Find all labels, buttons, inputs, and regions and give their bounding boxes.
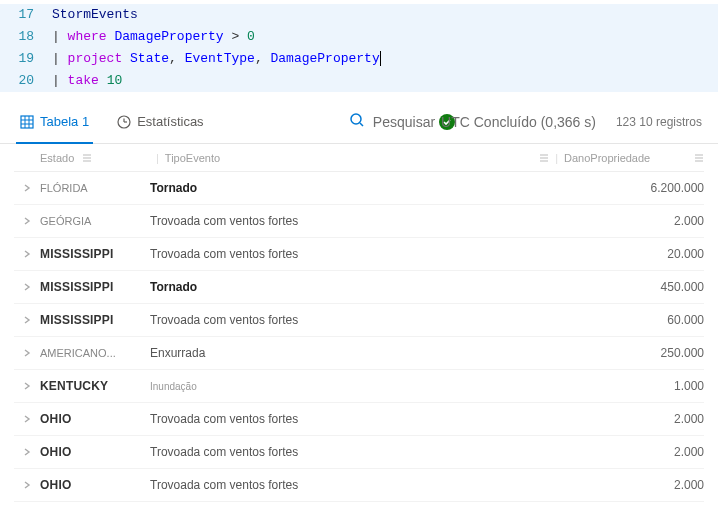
line-number: 18 — [0, 26, 52, 48]
cell-event: Trovoada com ventos fortes — [150, 445, 564, 459]
column-header-damage-label: DanoPropriedade — [564, 152, 650, 164]
column-menu-icon[interactable] — [82, 153, 92, 163]
cell-damage: 20.000 — [564, 247, 704, 261]
table-row[interactable]: MISSISSIPPITornado450.000 — [14, 271, 704, 304]
code-content[interactable]: | take 10 — [52, 70, 718, 92]
column-header-event-label: TipoEvento — [165, 152, 220, 164]
timing-label: UTC Concluído (0,366 s) — [441, 114, 596, 130]
search-icon — [349, 112, 365, 131]
cell-state: OHIO — [40, 478, 150, 492]
table-row[interactable]: FLÓRIDATornado6.200.000 — [14, 172, 704, 205]
table-row[interactable]: MISSISSIPPITrovoada com ventos fortes60.… — [14, 304, 704, 337]
cell-state: AMERICANO... — [40, 347, 150, 359]
expand-row-icon[interactable] — [14, 315, 40, 325]
cell-damage: 2.000 — [564, 412, 704, 426]
code-content[interactable]: | project State, EventType, DamageProper… — [52, 48, 718, 70]
code-content[interactable]: | where DamageProperty > 0 — [52, 26, 718, 48]
grid-header-row: Estado | TipoEvento | DanoPropriedade — [14, 144, 704, 172]
search-box[interactable]: Pesquisar — [349, 112, 435, 131]
cell-state: MISSISSIPPI — [40, 313, 150, 327]
column-header-state[interactable]: Estado — [40, 152, 150, 164]
cell-state: OHIO — [40, 445, 150, 459]
column-menu-icon[interactable] — [694, 153, 704, 163]
cell-event: Inundação — [150, 381, 564, 392]
line-number: 17 — [0, 4, 52, 26]
expand-row-icon[interactable] — [14, 348, 40, 358]
editor-line[interactable]: 20| take 10 — [0, 70, 718, 92]
table-row[interactable]: MISSISSIPPITrovoada com ventos fortes20.… — [14, 238, 704, 271]
cell-state: KENTUCKY — [40, 379, 150, 393]
expand-row-icon[interactable] — [14, 216, 40, 226]
clock-icon — [117, 115, 131, 129]
cell-damage: 60.000 — [564, 313, 704, 327]
expand-row-icon[interactable] — [14, 183, 40, 193]
expand-row-icon[interactable] — [14, 480, 40, 490]
svg-point-8 — [351, 114, 361, 124]
column-header-event[interactable]: TipoEvento — [165, 152, 549, 164]
cell-damage: 250.000 — [564, 346, 704, 360]
search-label: Pesquisar — [373, 114, 435, 130]
expand-row-icon[interactable] — [14, 249, 40, 259]
editor-line[interactable]: 19| project State, EventType, DamageProp… — [0, 48, 718, 70]
svg-line-9 — [360, 123, 363, 126]
query-timing: UTC Concluído (0,366 s) — [439, 114, 596, 130]
cell-event: Trovoada com ventos fortes — [150, 412, 564, 426]
cell-damage: 450.000 — [564, 280, 704, 294]
expand-row-icon[interactable] — [14, 282, 40, 292]
cell-event: Trovoada com ventos fortes — [150, 478, 564, 492]
expand-row-icon[interactable] — [14, 447, 40, 457]
text-cursor — [380, 51, 381, 66]
cell-damage: 2.000 — [564, 445, 704, 459]
cell-event: Enxurrada — [150, 346, 564, 360]
table-row[interactable]: OHIOTrovoada com ventos fortes2.000 — [14, 403, 704, 436]
table-row[interactable]: KENTUCKYInundação1.000 — [14, 370, 704, 403]
tab-table-label: Tabela 1 — [40, 114, 89, 129]
editor-line[interactable]: 17StormEvents — [0, 4, 718, 26]
results-grid: Estado | TipoEvento | DanoPropriedade FL… — [0, 144, 718, 508]
cell-event: Trovoada com ventos fortes — [150, 214, 564, 228]
cell-damage: 1.000 — [564, 379, 704, 393]
record-count: 123 10 registros — [616, 115, 702, 129]
code-content[interactable]: StormEvents — [52, 4, 718, 26]
table-icon — [20, 115, 34, 129]
cell-event: Tornado — [150, 181, 564, 195]
cell-state: MISSISSIPPI — [40, 247, 150, 261]
expand-row-icon[interactable] — [14, 414, 40, 424]
table-row[interactable]: GEÓRGIATrovoada com ventos fortes2.000 — [14, 205, 704, 238]
cell-state: OHIO — [40, 412, 150, 426]
column-header-damage[interactable]: DanoPropriedade — [564, 152, 704, 164]
cell-event: Trovoada com ventos fortes — [150, 247, 564, 261]
tab-table[interactable]: Tabela 1 — [16, 100, 93, 143]
tab-stats[interactable]: Estatísticas — [113, 100, 207, 143]
table-row[interactable]: OHIOTrovoada com ventos fortes2.000 — [14, 469, 704, 502]
cell-damage: 2.000 — [564, 478, 704, 492]
cell-state: MISSISSIPPI — [40, 280, 150, 294]
expand-row-icon[interactable] — [14, 381, 40, 391]
cell-damage: 2.000 — [564, 214, 704, 228]
cell-damage: 6.200.000 — [564, 181, 704, 195]
table-row[interactable]: OHIOTrovoada com ventos fortes2.000 — [14, 436, 704, 469]
column-menu-icon[interactable] — [539, 153, 549, 163]
query-editor[interactable]: 17StormEvents18| where DamageProperty > … — [0, 0, 718, 100]
svg-rect-0 — [21, 116, 33, 128]
cell-event: Trovoada com ventos fortes — [150, 313, 564, 327]
results-toolbar: Tabela 1 Estatísticas Pesquisar UTC Conc… — [0, 100, 718, 144]
cell-state: GEÓRGIA — [40, 215, 150, 227]
cell-event: Tornado — [150, 280, 564, 294]
editor-line[interactable]: 18| where DamageProperty > 0 — [0, 26, 718, 48]
tab-stats-label: Estatísticas — [137, 114, 203, 129]
cell-state: FLÓRIDA — [40, 182, 150, 194]
table-row[interactable]: AMERICANO...Enxurrada250.000 — [14, 337, 704, 370]
line-number: 19 — [0, 48, 52, 70]
column-header-state-label: Estado — [40, 152, 74, 164]
line-number: 20 — [0, 70, 52, 92]
